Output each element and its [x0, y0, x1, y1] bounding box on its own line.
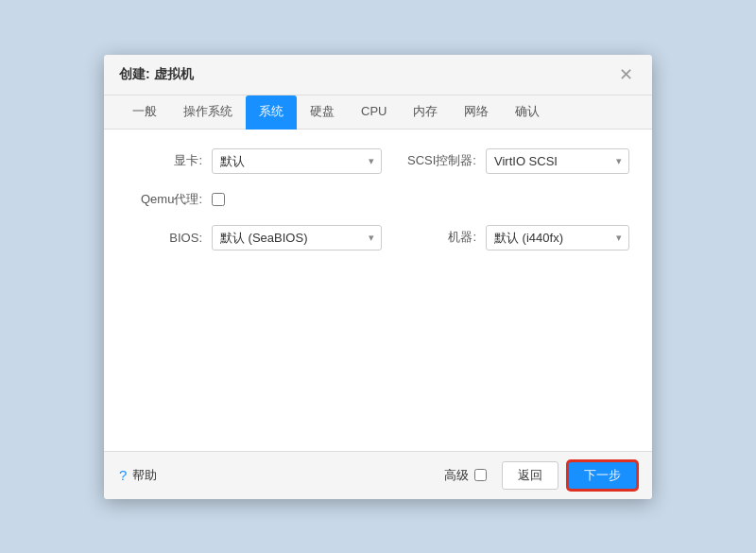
advanced-checkbox[interactable] [474, 469, 487, 481]
tab-network[interactable]: 网络 [451, 95, 502, 130]
tab-system[interactable]: 系统 [246, 95, 297, 130]
tab-os[interactable]: 操作系统 [170, 95, 246, 130]
machine-select-wrapper: 默认 (i440fx) q35 [486, 225, 629, 251]
scsi-label: SCSI控制器: [401, 152, 486, 169]
dialog-header: 创建: 虚拟机 ✕ [104, 55, 652, 95]
scsi-right: SCSI控制器: VirtIO SCSI LSI 53C895A [401, 148, 629, 174]
footer-left: ? 帮助 [119, 467, 157, 484]
display-label: 显卡: [127, 152, 212, 169]
next-button[interactable]: 下一步 [568, 461, 637, 490]
bios-select-wrapper: 默认 (SeaBIOS) OVMF (UEFI) [212, 225, 382, 251]
create-vm-dialog: 创建: 虚拟机 ✕ 一般 操作系统 系统 硬盘 CPU 内存 网络 确认 显卡:… [104, 55, 652, 499]
footer-right: 高级 返回 下一步 [444, 461, 637, 490]
machine-select[interactable]: 默认 (i440fx) q35 [486, 225, 629, 251]
help-label: 帮助 [132, 467, 157, 484]
dialog-title: 创建: 虚拟机 [119, 66, 194, 83]
qemu-label: Qemu代理: [127, 191, 212, 208]
dialog-body: 显卡: 默认 VirtIO-GPU cirrus std SCSI控制器: [104, 130, 652, 451]
machine-label: 机器: [401, 229, 486, 246]
qemu-checkbox[interactable] [212, 193, 225, 206]
machine-right: 机器: 默认 (i440fx) q35 [401, 225, 629, 251]
scsi-select-wrapper: VirtIO SCSI LSI 53C895A [486, 148, 629, 174]
qemu-row: Qemu代理: [127, 191, 629, 208]
tab-confirm[interactable]: 确认 [502, 95, 553, 130]
bios-control: 默认 (SeaBIOS) OVMF (UEFI) [212, 225, 382, 251]
scsi-control: VirtIO SCSI LSI 53C895A [486, 148, 629, 174]
help-icon[interactable]: ? [119, 467, 127, 483]
display-select-wrapper: 默认 VirtIO-GPU cirrus std [212, 148, 382, 174]
tab-memory[interactable]: 内存 [400, 95, 451, 130]
qemu-control [212, 193, 382, 206]
tab-cpu[interactable]: CPU [348, 95, 400, 130]
display-control: 默认 VirtIO-GPU cirrus std [212, 148, 382, 174]
dialog-footer: ? 帮助 高级 返回 下一步 [104, 451, 652, 499]
advanced-row: 高级 [444, 467, 487, 484]
back-button[interactable]: 返回 [502, 461, 558, 490]
bios-label: BIOS: [127, 231, 212, 245]
tab-general[interactable]: 一般 [119, 95, 170, 130]
scsi-select[interactable]: VirtIO SCSI LSI 53C895A [486, 148, 629, 174]
qemu-checkbox-wrapper [212, 193, 382, 206]
tab-disk[interactable]: 硬盘 [297, 95, 348, 130]
display-scsi-row: 显卡: 默认 VirtIO-GPU cirrus std SCSI控制器: [127, 148, 629, 174]
advanced-label: 高级 [444, 467, 469, 484]
bios-select[interactable]: 默认 (SeaBIOS) OVMF (UEFI) [212, 225, 382, 251]
display-select[interactable]: 默认 VirtIO-GPU cirrus std [212, 148, 382, 174]
machine-control: 默认 (i440fx) q35 [486, 225, 629, 251]
tab-bar: 一般 操作系统 系统 硬盘 CPU 内存 网络 确认 [104, 95, 652, 130]
bios-machine-row: BIOS: 默认 (SeaBIOS) OVMF (UEFI) 机器: 默认 (i… [127, 225, 629, 251]
close-button[interactable]: ✕ [615, 64, 637, 85]
